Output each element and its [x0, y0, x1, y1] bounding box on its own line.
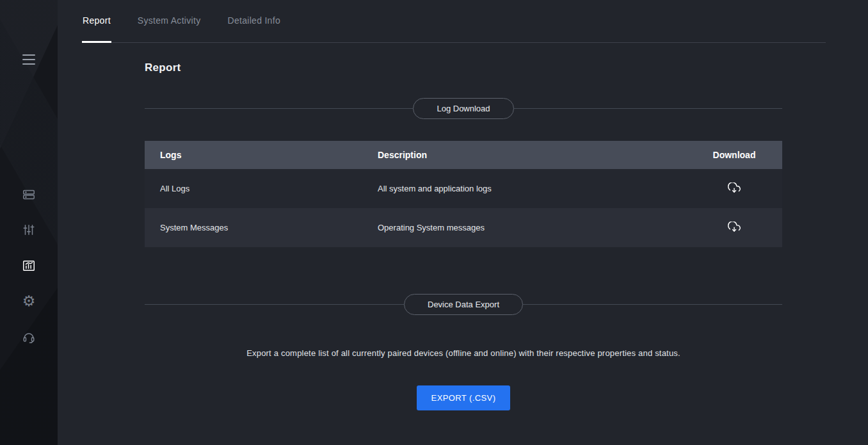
export-csv-button[interactable]: EXPORT (.CSV) [417, 385, 511, 410]
log-download-pill[interactable]: Log Download [413, 98, 513, 119]
log-name: System Messages [160, 223, 378, 232]
download-button[interactable] [723, 178, 745, 200]
column-header-description: Description [378, 150, 686, 160]
sidebar-item-settings[interactable]: ⚙ [15, 290, 43, 312]
cloud-download-icon [728, 182, 741, 195]
content: Report Log Download Logs Description Dow… [58, 43, 868, 410]
tab-system-activity[interactable]: System Activity [137, 0, 202, 43]
log-table: Logs Description Download All Logs All s… [145, 141, 782, 247]
gear-icon: ⚙ [22, 294, 36, 309]
sidebar: ⚙ [0, 0, 58, 445]
chart-icon [22, 259, 36, 273]
log-name: All Logs [160, 184, 378, 193]
sliders-icon [22, 223, 36, 237]
sidebar-item-reports[interactable] [15, 255, 43, 277]
log-description: All system and application logs [378, 184, 686, 193]
device-export-section-divider: Device Data Export [145, 294, 782, 315]
tab-bar: Report System Activity Detailed Info [82, 0, 826, 43]
sidebar-item-devices[interactable] [15, 184, 43, 206]
hamburger-menu-button[interactable] [15, 49, 43, 70]
export-description: Export a complete list of all currently … [145, 348, 782, 358]
log-table-header: Logs Description Download [145, 141, 782, 169]
column-header-download: Download [686, 150, 782, 160]
tab-report[interactable]: Report [82, 0, 111, 43]
export-button-container: EXPORT (.CSV) [145, 385, 782, 410]
headset-icon [22, 330, 36, 344]
sidebar-item-support[interactable] [15, 327, 43, 348]
cloud-download-icon [728, 222, 741, 234]
sidebar-item-controls[interactable] [15, 219, 43, 241]
device-data-export-pill[interactable]: Device Data Export [404, 294, 523, 315]
server-icon [22, 188, 36, 202]
log-description: Operating System messages [378, 223, 686, 232]
hamburger-icon [22, 54, 35, 65]
download-button[interactable] [723, 217, 745, 239]
main-area: Report System Activity Detailed Info Rep… [58, 0, 868, 445]
table-row: All Logs All system and application logs [145, 169, 782, 208]
page-title: Report [145, 61, 782, 74]
table-row: System Messages Operating System message… [145, 208, 782, 247]
column-header-logs: Logs [160, 150, 378, 160]
log-download-section-divider: Log Download [145, 98, 782, 119]
tab-detailed-info[interactable]: Detailed Info [227, 0, 281, 43]
